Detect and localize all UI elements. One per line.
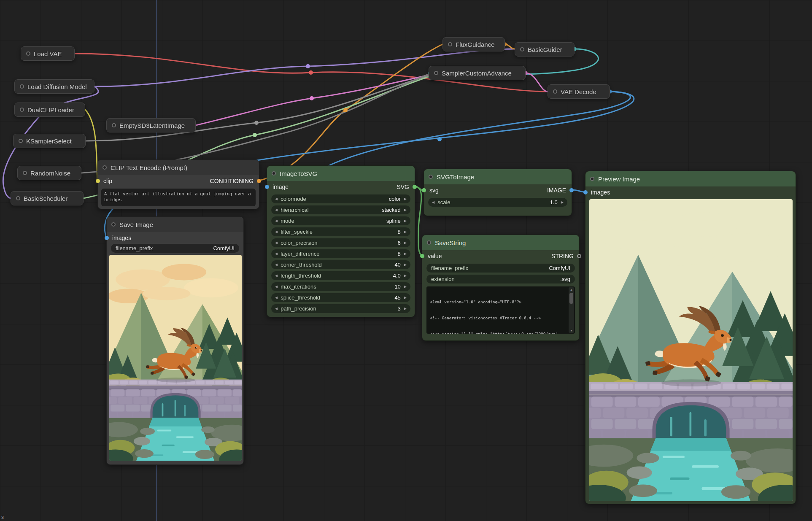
node-clip-text-encode[interactable]: CLIP Text Encode (Prompt) clip CONDITION… [97, 159, 259, 209]
widget-filename-prefix[interactable]: filename_prefix ComfyUI [426, 264, 575, 273]
increment-arrow-icon[interactable]: ▶ [404, 274, 407, 278]
widget-path-precision[interactable]: ◀ path_precision 3 ▶ [271, 304, 410, 313]
increment-arrow-icon[interactable]: ▶ [404, 208, 407, 212]
node-header[interactable]: SaveString [422, 235, 579, 250]
node-header[interactable]: ImageToSVG [267, 166, 415, 181]
collapse-dot-icon[interactable] [553, 89, 557, 94]
node-ksamplerselect[interactable]: KSamplerSelect [13, 134, 86, 148]
scroll-down-icon[interactable]: ▼ [570, 329, 573, 332]
collapse-dot-icon[interactable] [20, 84, 24, 89]
increment-arrow-icon[interactable]: ▶ [404, 241, 407, 245]
collapse-dot-icon[interactable] [111, 222, 116, 227]
images-input-label: images [591, 189, 610, 196]
string-preview-textarea[interactable]: <?xml version="1.0" encoding="UTF-8"?> <… [426, 286, 575, 334]
increment-arrow-icon[interactable]: ▶ [404, 285, 407, 289]
decrement-arrow-icon[interactable]: ◀ [275, 263, 278, 267]
node-header[interactable]: SVGToImage [424, 169, 572, 184]
node-emptysd3latentimage[interactable]: EmptySD3LatentImage [106, 118, 196, 132]
collapse-dot-icon[interactable] [429, 175, 433, 179]
node-randomnoise[interactable]: RandomNoise [17, 166, 81, 180]
node-header[interactable]: Save Image [107, 217, 243, 232]
node-load-diffusion-model[interactable]: Load Diffusion Model [14, 79, 94, 94]
collapse-dot-icon[interactable] [520, 47, 524, 51]
node-imagetosvg[interactable]: ImageToSVG image SVG ◀ colormode color ▶… [267, 165, 415, 317]
node-fluxguidance[interactable]: FluxGuidance [442, 37, 505, 51]
string-output-port[interactable] [577, 254, 581, 258]
decrement-arrow-icon[interactable]: ◀ [432, 201, 434, 204]
clip-input-port[interactable] [96, 179, 100, 183]
node-savestring[interactable]: SaveString value STRING filename_prefix … [422, 235, 580, 341]
decrement-arrow-icon[interactable]: ◀ [275, 230, 278, 234]
wire-clip [85, 110, 97, 181]
increment-arrow-icon[interactable]: ▶ [561, 201, 564, 204]
widget-length-threshold[interactable]: ◀ length_threshold 4.0 ▶ [271, 271, 410, 280]
collapse-dot-icon[interactable] [16, 196, 20, 200]
collapse-dot-icon[interactable] [26, 51, 30, 56]
decrement-arrow-icon[interactable]: ◀ [275, 285, 278, 289]
collapse-dot-icon[interactable] [448, 42, 452, 46]
increment-arrow-icon[interactable]: ▶ [404, 263, 407, 267]
scroll-up-icon[interactable]: ▲ [570, 288, 573, 291]
decrement-arrow-icon[interactable]: ◀ [275, 296, 278, 300]
widget-filename-prefix[interactable]: filename_prefix ComfyUI [111, 244, 239, 253]
node-preview-image[interactable]: Preview Image images [585, 171, 796, 504]
widget-color-precision[interactable]: ◀ color_precision 6 ▶ [271, 238, 410, 247]
collapse-dot-icon[interactable] [23, 171, 27, 175]
value-input-port[interactable] [420, 254, 424, 258]
scrollbar[interactable]: ▲ ▼ [569, 287, 574, 333]
node-dualcliploader[interactable]: DualCLIPLoader [14, 103, 85, 117]
collapse-dot-icon[interactable] [103, 165, 107, 170]
node-title: SamplerCustomAdvance [442, 70, 512, 77]
decrement-arrow-icon[interactable]: ◀ [275, 241, 278, 245]
conditioning-output-port[interactable] [257, 179, 261, 183]
node-vae-decode[interactable]: VAE Decode [548, 84, 610, 99]
node-header[interactable]: Preview Image [585, 171, 796, 186]
image-input-port[interactable] [265, 185, 269, 189]
image-output-port[interactable] [569, 188, 574, 192]
widget-corner-threshold[interactable]: ◀ corner_threshold 40 ▶ [271, 260, 410, 269]
widget-layer-difference[interactable]: ◀ layer_difference 8 ▶ [271, 249, 410, 258]
increment-arrow-icon[interactable]: ▶ [404, 219, 407, 223]
widget-mode[interactable]: ◀ mode spline ▶ [271, 216, 410, 225]
svg-input-port[interactable] [422, 188, 426, 192]
decrement-arrow-icon[interactable]: ◀ [275, 307, 278, 310]
widget-colormode[interactable]: ◀ colormode color ▶ [271, 194, 410, 203]
increment-arrow-icon[interactable]: ▶ [404, 296, 407, 300]
widget-filter-speckle[interactable]: ◀ filter_speckle 8 ▶ [271, 227, 410, 236]
node-basicguider[interactable]: BasicGuider [515, 42, 575, 57]
increment-arrow-icon[interactable]: ▶ [404, 307, 407, 310]
collapse-dot-icon[interactable] [434, 71, 438, 75]
widget-max-iterations[interactable]: ◀ max_iterations 10 ▶ [271, 282, 410, 291]
collapse-dot-icon[interactable] [20, 108, 24, 112]
widget-hierarchical[interactable]: ◀ hierarchical stacked ▶ [271, 205, 410, 214]
increment-arrow-icon[interactable]: ▶ [404, 252, 407, 256]
scrollbar-thumb[interactable] [569, 293, 573, 304]
node-basicscheduler[interactable]: BasicScheduler [11, 191, 84, 205]
prompt-textarea[interactable]: A flat vector art illustration of a goat… [101, 189, 256, 206]
svg-output-port[interactable] [413, 185, 417, 189]
decrement-arrow-icon[interactable]: ◀ [275, 219, 278, 223]
node-graph-canvas[interactable]: Load VAE Load Diffusion Model DualCLIPLo… [0, 0, 812, 521]
goat-bridge-illustration [589, 199, 793, 501]
collapse-dot-icon[interactable] [112, 123, 116, 127]
widget-scale[interactable]: ◀ scale 1.0 ▶ [428, 198, 567, 207]
widget-splice-threshold[interactable]: ◀ splice_threshold 45 ▶ [271, 293, 410, 302]
images-input-port[interactable] [105, 236, 109, 240]
increment-arrow-icon[interactable]: ▶ [404, 197, 407, 201]
collapse-dot-icon[interactable] [590, 177, 594, 181]
node-header[interactable]: CLIP Text Encode (Prompt) [98, 160, 259, 175]
collapse-dot-icon[interactable] [427, 240, 431, 245]
images-input-port[interactable] [583, 190, 588, 194]
collapse-dot-icon[interactable] [19, 139, 23, 143]
decrement-arrow-icon[interactable]: ◀ [275, 197, 278, 201]
collapse-dot-icon[interactable] [272, 171, 276, 175]
widget-extension[interactable]: extension .svg [426, 275, 575, 283]
node-samplercustomadvance[interactable]: SamplerCustomAdvance [429, 66, 526, 80]
node-svgtoimage[interactable]: SVGToImage svg IMAGE ◀ scale 1.0 ▶ [424, 169, 572, 216]
decrement-arrow-icon[interactable]: ◀ [275, 274, 278, 278]
increment-arrow-icon[interactable]: ▶ [404, 230, 407, 234]
node-save-image[interactable]: Save Image images filename_prefix ComfyU… [106, 216, 244, 465]
node-load-vae[interactable]: Load VAE [21, 46, 75, 61]
decrement-arrow-icon[interactable]: ◀ [275, 252, 278, 256]
decrement-arrow-icon[interactable]: ◀ [275, 208, 278, 212]
